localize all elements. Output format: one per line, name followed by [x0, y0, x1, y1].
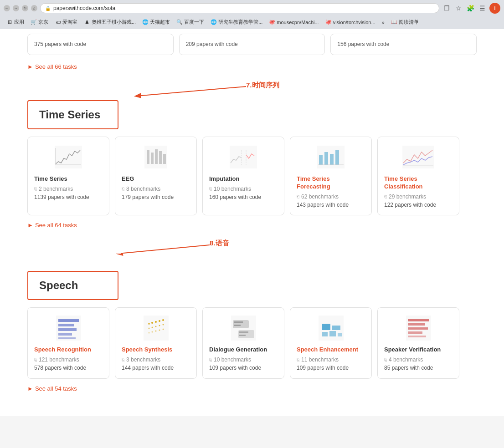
back-button[interactable]: ←: [4, 5, 10, 11]
see-all-66[interactable]: ► See all 66 tasks: [27, 61, 77, 77]
speech-header: Speech: [27, 271, 477, 300]
svg-point-44: [151, 331, 153, 332]
menu-button[interactable]: ☰: [478, 4, 487, 13]
card-ts-forecasting[interactable]: Time Series Forecasting ⎗ 62 benchmarks …: [290, 137, 372, 216]
svg-rect-64: [408, 336, 426, 337]
svg-rect-57: [329, 331, 336, 336]
bookmark-more[interactable]: »: [379, 19, 387, 26]
bookmark-label: 爱淘宝: [62, 19, 77, 25]
card-speech-recognition[interactable]: Speech Recognition ⎗ 121 benchmarks 578 …: [27, 307, 109, 379]
bookmark-label: vision/torchvision...: [333, 20, 375, 25]
ts-forecast-svg: [317, 146, 345, 168]
card-speech-synthesis[interactable]: Speech Synthesis ⎗ 3 benchmarks 144 pape…: [115, 307, 197, 379]
forward-button[interactable]: →: [13, 5, 19, 11]
svg-rect-48: [234, 321, 243, 323]
page-content: 375 papers with code 209 papers with cod…: [0, 29, 504, 416]
bookmark-apps[interactable]: ⊞ 应用: [4, 18, 27, 26]
bookmark-game[interactable]: ♟ 奥维五子棋小游戏...: [81, 18, 139, 26]
speech-synth-svg: [144, 316, 169, 341]
bookmark-readlist[interactable]: 📖 阅读清单: [388, 18, 422, 26]
card-ts-classification[interactable]: Time Series Classification ⎗ 29 benchmar…: [377, 137, 459, 216]
svg-point-39: [151, 326, 153, 328]
speech-cards: Speech Recognition ⎗ 121 benchmarks 578 …: [27, 307, 477, 379]
card-dialogue-title: Dialogue Generation: [209, 346, 278, 354]
svg-rect-15: [319, 155, 323, 165]
annotation2-arrow: [109, 237, 292, 260]
svg-rect-16: [324, 152, 328, 165]
bench-icon: ⎗: [34, 357, 37, 362]
card-imputation[interactable]: Imputation ⎗ 10 benchmarks 160 papers wi…: [202, 137, 284, 216]
card-speaker-verification-benchmarks: ⎗ 4 benchmarks: [384, 356, 453, 363]
svg-point-38: [162, 324, 164, 325]
top-card-1[interactable]: 375 papers with code: [27, 34, 174, 55]
card-eeg[interactable]: EEG ⎗ 8 benchmarks 179 papers with code: [115, 137, 197, 216]
time-series-title: Time Series: [27, 100, 118, 129]
see-all-64[interactable]: ► See all 64 tasks: [27, 215, 77, 232]
refresh-button[interactable]: ↻: [22, 5, 28, 11]
address-bar[interactable]: 🔒 paperswithcode.com/sota: [40, 3, 439, 13]
card-dialogue[interactable]: Dialogue Generation ⎗ 10 benchmarks 109 …: [202, 307, 284, 379]
card-speaker-verification-papers: 85 papers with code: [384, 364, 453, 372]
bench-icon: ⎗: [34, 186, 37, 191]
bench-icon: ⎗: [384, 357, 387, 362]
bookmark-jd[interactable]: 🛒 京东: [28, 18, 51, 26]
svg-rect-10: [163, 154, 166, 164]
card-speaker-verification[interactable]: Speaker Verification ⎗ 4 benchmarks 85 p…: [377, 307, 459, 379]
bookmark-tmall[interactable]: 🌐 天猫超市: [139, 18, 173, 26]
card-speech-enhancement[interactable]: Speech Enhancement ⎗ 11 benchmarks 109 p…: [290, 307, 372, 379]
top-cards-partial: 375 papers with code 209 papers with cod…: [27, 29, 477, 61]
bookmark-taobao[interactable]: 🏷 爱淘宝: [52, 18, 80, 26]
bookmark-baidu[interactable]: 🔍 百度一下: [174, 18, 207, 26]
svg-rect-61: [408, 323, 425, 326]
card-speech-recognition-title: Speech Recognition: [34, 346, 103, 354]
github1-icon: 🐙: [269, 19, 275, 25]
imputation-image: [209, 143, 278, 171]
bookmark-github1[interactable]: 🐙 mousecpn/Machi...: [266, 18, 321, 26]
extension-button[interactable]: 🧩: [466, 4, 475, 13]
card-eeg-benchmarks: ⎗ 8 benchmarks: [122, 186, 190, 192]
svg-point-41: [155, 330, 156, 331]
svg-rect-63: [408, 331, 422, 334]
card-time-series[interactable]: Time Series ⎗ 2 benchmarks 1139 papers w…: [27, 137, 109, 216]
svg-point-35: [148, 323, 150, 325]
svg-rect-54: [322, 324, 330, 330]
svg-line-1: [141, 87, 246, 96]
profile-avatar[interactable]: i: [489, 3, 500, 14]
svg-point-40: [148, 327, 149, 329]
bench-icon: ⎗: [209, 357, 212, 362]
top-card-2[interactable]: 209 papers with code: [179, 34, 325, 55]
see-all-64-label: See all 64 tasks: [35, 222, 77, 229]
bookmark-button[interactable]: ☆: [454, 4, 463, 13]
card-ts-classification-benchmarks: ⎗ 29 benchmarks: [384, 193, 453, 200]
time-series-cards: Time Series ⎗ 2 benchmarks 1139 papers w…: [27, 137, 477, 216]
ts-classification-image: [384, 143, 453, 171]
card-dialogue-benchmarks: ⎗ 10 benchmarks: [209, 356, 278, 363]
card-speech-synthesis-title: Speech Synthesis: [122, 346, 190, 354]
bookmark-edu[interactable]: 🌐 研究生教育教学管...: [208, 18, 265, 26]
card-time-series-benchmarks: ⎗ 2 benchmarks: [34, 186, 103, 192]
see-all-54-arrow: ►: [27, 385, 33, 392]
eeg-image: [122, 143, 190, 171]
annotation2-container: 8.语音: [27, 237, 477, 260]
imputation-svg: [230, 146, 257, 168]
svg-point-33: [162, 319, 164, 321]
bookmark-label: 京东: [38, 19, 48, 25]
see-all-54[interactable]: ► See all 54 tasks: [27, 379, 77, 396]
speaker-verification-image: [384, 314, 453, 341]
bookmark-label: 百度一下: [184, 19, 204, 25]
svg-point-42: [159, 329, 160, 331]
home-button[interactable]: ⌂: [31, 5, 37, 11]
time-series-section: Time Series Time Series ⎗ 2 benchmarks: [27, 100, 477, 233]
speech-enh-svg: [319, 316, 344, 341]
lock-icon: 🔒: [45, 6, 51, 11]
svg-line-23: [123, 245, 210, 253]
card-time-series-papers: 1139 papers with code: [34, 193, 103, 201]
share-button[interactable]: ❐: [442, 4, 451, 13]
top-card-3[interactable]: 156 papers with code: [330, 34, 477, 55]
bookmarks-bar: ⊞ 应用 🛒 京东 🏷 爱淘宝 ♟ 奥维五子棋小游戏... 🌐 天猫超市 🔍 百…: [4, 16, 500, 29]
svg-rect-17: [330, 154, 334, 165]
speech-title: Speech: [27, 271, 118, 300]
bookmark-label: 阅读清单: [399, 19, 419, 25]
bookmark-github2[interactable]: 🐙 vision/torchvision...: [323, 18, 378, 26]
svg-rect-9: [159, 151, 162, 164]
